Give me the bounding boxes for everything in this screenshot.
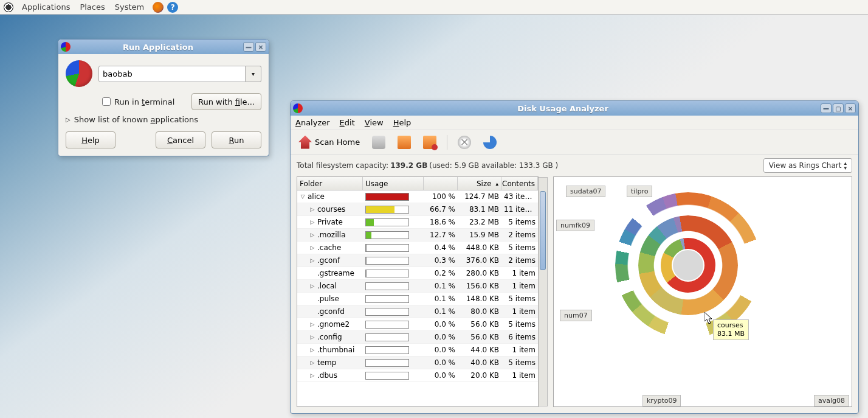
expand-icon[interactable]: ▷ <box>309 219 315 225</box>
ring-label[interactable]: avalg08 <box>814 395 849 406</box>
table-row[interactable]: ▷.mozilla12.7 %15.9 MB2 items <box>297 229 538 242</box>
expand-icon[interactable]: ▷ <box>309 257 315 263</box>
expand-icon[interactable]: ▷ <box>309 372 315 378</box>
ring-label[interactable]: num07 <box>560 310 592 321</box>
maximize-button[interactable]: ▢ <box>833 103 844 113</box>
table-row[interactable]: ▽alice100 %124.7 MB43 items <box>297 190 538 203</box>
stop-button[interactable] <box>453 133 475 152</box>
folder-name: .gnome2 <box>317 320 350 329</box>
table-row[interactable]: .gstreame0.2 %280.0 KB1 item <box>297 267 538 280</box>
size-cell: 448.0 KB <box>458 243 501 252</box>
command-combo: ▾ <box>98 66 261 82</box>
baobab-menubar: Analyzer Edit View Help <box>291 116 858 130</box>
usage-bar <box>365 257 409 265</box>
col-folder[interactable]: Folder <box>297 177 363 190</box>
col-usage[interactable]: Usage <box>363 177 424 190</box>
menu-system[interactable]: System <box>110 2 149 12</box>
command-dropdown-button[interactable]: ▾ <box>246 66 261 82</box>
contents-cell: 2 items <box>501 256 538 265</box>
scan-remote-folder-button[interactable] <box>419 133 441 152</box>
tree-header[interactable]: Folder Usage Size ▴ Contents <box>297 177 538 190</box>
cancel-button[interactable]: Cancel <box>156 131 205 148</box>
menu-places[interactable]: Places <box>75 2 109 12</box>
table-row[interactable]: ▷.dbus0.0 %20.0 KB1 item <box>297 369 538 382</box>
contents-cell: 5 items <box>501 358 538 367</box>
table-row[interactable]: ▷Private18.6 %23.2 MB5 items <box>297 216 538 229</box>
expand-icon[interactable]: ▷ <box>309 334 315 340</box>
run-button[interactable]: Run <box>212 131 261 148</box>
expand-icon[interactable]: ▽ <box>300 193 306 200</box>
scan-filesystem-button[interactable] <box>368 133 390 152</box>
command-input[interactable] <box>98 66 246 82</box>
table-row[interactable]: ▷.thumbnai0.0 %44.0 KB1 item <box>297 344 538 357</box>
table-row[interactable]: ▷.local0.1 %156.0 KB1 item <box>297 280 538 293</box>
col-size[interactable]: Size ▴ <box>458 177 501 190</box>
folder-name: alice <box>308 192 325 201</box>
ring-label[interactable]: sudata07 <box>566 186 605 197</box>
hover-tooltip: courses 83.1 MB <box>713 319 749 340</box>
firefox-icon[interactable] <box>153 2 164 13</box>
tree-body[interactable]: ▽alice100 %124.7 MB43 items▷courses66.7 … <box>297 190 538 406</box>
ring-label[interactable]: tilpro <box>627 186 652 197</box>
sunburst-center[interactable] <box>672 249 704 282</box>
usage-pct: 0.0 % <box>424 358 458 367</box>
folder-name: .config <box>317 333 342 341</box>
usage-bar <box>365 308 409 316</box>
contents-cell: 2 items <box>501 231 538 239</box>
menu-view[interactable]: View <box>365 118 384 127</box>
tree-scrollbar[interactable] <box>539 177 548 406</box>
table-row[interactable]: ▷.config0.0 %56.0 KB6 items <box>297 331 538 344</box>
size-cell: 15.9 MB <box>458 231 501 239</box>
menu-help[interactable]: Help <box>393 118 412 127</box>
table-row[interactable]: ▷temp0.0 %40.0 KB5 items <box>297 357 538 369</box>
stop-icon <box>458 136 471 149</box>
table-row[interactable]: ▷.gnome20.0 %56.0 KB5 items <box>297 318 538 331</box>
size-cell: 40.0 KB <box>458 358 501 367</box>
expand-icon[interactable]: ▷ <box>309 360 315 366</box>
usage-pct: 0.0 % <box>424 333 458 341</box>
contents-cell: 1 item <box>501 269 538 277</box>
folder-name: .mozilla <box>317 231 346 239</box>
contents-cell: 6 items <box>501 333 538 341</box>
menu-analyzer[interactable]: Analyzer <box>295 118 330 127</box>
ubuntu-logo-icon[interactable] <box>4 2 13 12</box>
table-row[interactable]: .pulse0.1 %148.0 KB5 items <box>297 293 538 305</box>
run-application-titlebar[interactable]: Run Application — ✕ <box>58 40 269 54</box>
baobab-toolbar: Scan Home <box>291 130 858 155</box>
minimize-button[interactable]: — <box>243 42 254 52</box>
menu-edit[interactable]: Edit <box>340 118 355 127</box>
help-button[interactable]: Help <box>66 131 115 148</box>
disk-usage-analyzer-window: Disk Usage Analyzer — ▢ ✕ Analyzer Edit … <box>290 100 859 414</box>
close-button[interactable]: ✕ <box>845 103 856 113</box>
table-row[interactable]: .gconfd0.1 %80.0 KB1 item <box>297 305 538 318</box>
table-row[interactable]: ▷.cache0.4 %448.0 KB5 items <box>297 242 538 254</box>
table-row[interactable]: ▷.gconf0.3 %376.0 KB2 items <box>297 254 538 267</box>
col-contents[interactable]: Contents <box>501 177 538 190</box>
baobab-titlebar[interactable]: Disk Usage Analyzer — ▢ ✕ <box>291 101 858 116</box>
rings-chart[interactable]: sudata07tilpronumfk09num07krypto09avalg0… <box>553 176 852 407</box>
folder-name: temp <box>317 358 336 367</box>
help-icon[interactable]: ? <box>167 2 178 13</box>
minimize-button[interactable]: — <box>821 103 832 113</box>
scan-folder-button[interactable] <box>393 133 415 152</box>
show-known-apps-expander[interactable]: ▷ Show list of known applications <box>66 115 261 124</box>
run-application-window: Run Application — ✕ ▾ Run in terminal Ru… <box>58 39 269 156</box>
expand-icon[interactable]: ▷ <box>309 283 315 289</box>
run-with-file-button[interactable]: Run with file... <box>191 93 261 110</box>
close-button[interactable]: ✕ <box>255 42 266 52</box>
expand-icon[interactable]: ▷ <box>309 232 315 238</box>
scan-home-button[interactable]: Scan Home <box>294 133 364 152</box>
ring-label[interactable]: krypto09 <box>642 395 681 406</box>
run-in-terminal-checkbox[interactable] <box>102 97 111 106</box>
refresh-button[interactable] <box>479 133 501 152</box>
ring-label[interactable]: numfk09 <box>556 220 594 231</box>
expand-icon[interactable]: ▷ <box>309 245 315 251</box>
expand-icon[interactable]: ▷ <box>309 206 315 212</box>
expand-icon[interactable]: ▷ <box>309 347 315 353</box>
col-usage-pct[interactable] <box>424 177 458 190</box>
scrollbar-thumb[interactable] <box>540 191 546 270</box>
expand-icon[interactable]: ▷ <box>309 321 315 327</box>
view-selector[interactable]: View as Rings Chart ▴▾ <box>763 158 852 173</box>
menu-applications[interactable]: Applications <box>17 2 75 12</box>
table-row[interactable]: ▷courses66.7 %83.1 MB11 items <box>297 203 538 216</box>
